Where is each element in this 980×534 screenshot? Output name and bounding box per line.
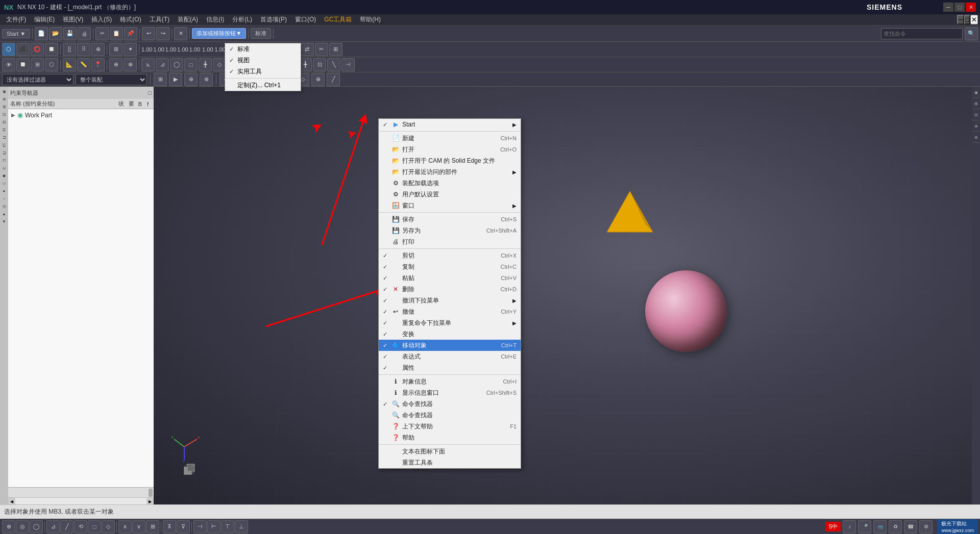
viewport[interactable]: X Y Z ✓ ▶	[154, 87, 972, 504]
maximize-button[interactable]: □	[954, 3, 965, 12]
btm-btn3[interactable]: ◯	[30, 520, 43, 533]
rstrip-icon2[interactable]: ⊞	[972, 99, 979, 109]
union-btn[interactable]: ⊕	[91, 43, 105, 56]
filter-btn1[interactable]: ⊞	[154, 73, 167, 86]
ime-btn2[interactable]: ♪	[843, 520, 856, 533]
btm-btn9[interactable]: ∧	[118, 520, 132, 533]
strip-icon7[interactable]: ⊐	[1, 134, 8, 141]
btm-btn14[interactable]: ⊣	[193, 520, 207, 533]
view-btn5[interactable]: 📐	[63, 58, 76, 71]
nav-scrollbar[interactable]	[149, 489, 153, 497]
cm-cut[interactable]: ✓ 剪切 Ctrl+X	[379, 250, 521, 261]
print-btn[interactable]: 🖨	[78, 27, 91, 40]
move-btn[interactable]: ⇄	[301, 43, 314, 56]
btm-btn13[interactable]: ⊽	[177, 520, 190, 533]
paste-btn[interactable]: 📌	[124, 27, 137, 40]
cm-user-defaults[interactable]: ⚙ 用户默认设置	[379, 189, 521, 200]
rstrip-icon1[interactable]: ◉	[972, 88, 979, 98]
btm-btn4[interactable]: ⊿	[46, 520, 60, 533]
copy-btn[interactable]: 📋	[110, 27, 123, 40]
strip-icon4[interactable]: ⊡	[1, 111, 8, 118]
add-remove-btn[interactable]: 添加或移除按钮▼	[192, 28, 246, 39]
btm-btn11[interactable]: ⊞	[146, 520, 159, 533]
cm-cmd-finder1[interactable]: ✓ 🔍 命令查找器	[379, 398, 521, 410]
menu-tools[interactable]: 工具(T)	[145, 14, 174, 25]
menu-file[interactable]: 文件(F)	[2, 14, 30, 25]
close-button[interactable]: ✕	[966, 3, 976, 12]
menu-insert[interactable]: 插入(S)	[87, 14, 116, 25]
strip-icon12[interactable]: ◆	[1, 172, 8, 179]
cm-transform[interactable]: ✓ 变换	[379, 328, 521, 340]
cm-open[interactable]: 📂 打开 Ctrl+O	[379, 144, 521, 155]
btm-btn10[interactable]: ∨	[132, 520, 145, 533]
open-btn[interactable]: 📂	[49, 27, 62, 40]
menu-edit[interactable]: 编辑(E)	[30, 14, 59, 25]
delete-btn[interactable]: ✕	[174, 27, 187, 40]
tree-item-workpart[interactable]: ▶ ◉ Work Part	[9, 110, 153, 120]
hscroll-right[interactable]: ▶	[146, 498, 154, 504]
strip-icon18[interactable]: ▼	[1, 218, 8, 225]
snap14[interactable]: ╲	[327, 58, 340, 71]
strip-icon9[interactable]: ⊒	[1, 149, 8, 156]
inner-close[interactable]: ✕	[970, 15, 978, 24]
dd-view[interactable]: ✓ 视图	[225, 55, 301, 66]
snap5[interactable]: ╋	[199, 58, 212, 71]
btm-btn1[interactable]: ⊕	[2, 520, 15, 533]
redo-btn[interactable]: ↪	[156, 27, 169, 40]
minimize-button[interactable]: ─	[943, 3, 953, 12]
cm-paste[interactable]: ✓ 粘贴 Ctrl+V	[379, 272, 521, 284]
cm-new[interactable]: 📄 新建 Ctrl+N	[379, 133, 521, 144]
cm-obj-info[interactable]: ℹ 对象信息 Ctrl+I	[379, 376, 521, 387]
strip-icon14[interactable]: ●	[1, 187, 8, 194]
cm-help[interactable]: ❓ 帮助	[379, 432, 521, 443]
cm-expression[interactable]: ✓ 表达式 Ctrl+E	[379, 351, 521, 362]
ime-btn3[interactable]: 🎤	[858, 520, 871, 533]
assembly-select[interactable]: 整个装配	[76, 74, 147, 85]
view-btn2[interactable]: 🔲	[16, 58, 30, 71]
btm-btn2[interactable]: ◎	[16, 520, 29, 533]
search-btn[interactable]: 🔍	[965, 27, 978, 40]
download-badge[interactable]: 极光下载站www.jgwxz.com	[937, 519, 978, 534]
menu-help[interactable]: 帮助(H)	[356, 14, 385, 25]
filter-btn2[interactable]: ▶	[169, 73, 182, 86]
view-btn7[interactable]: 📍	[91, 58, 105, 71]
ime-btn6[interactable]: ☎	[904, 520, 917, 533]
snap2[interactable]: ⊿	[156, 58, 169, 71]
btm-btn15[interactable]: ⊢	[207, 520, 220, 533]
trim-btn[interactable]: ✂	[315, 43, 328, 56]
btm-btn16[interactable]: ⊤	[221, 520, 234, 533]
btm-btn7[interactable]: □	[88, 520, 101, 533]
ime-btn7[interactable]: ⚙	[919, 520, 933, 533]
cm-redo[interactable]: ✓ ↩ 撤做 Ctrl+Y	[379, 306, 521, 317]
dd-customize[interactable]: 定制(Z)... Ctrl+1	[225, 80, 301, 91]
btm-btn6[interactable]: ⟲	[74, 520, 87, 533]
snap3[interactable]: ◯	[170, 58, 183, 71]
cm-show-info[interactable]: ℹ 显示信息窗口 Ctrl+Shift+S	[379, 387, 521, 398]
snap1[interactable]: ⊾	[141, 58, 155, 71]
mirror-btn[interactable]: ⊞	[109, 43, 122, 56]
view-btn6[interactable]: 📏	[77, 58, 90, 71]
btm-btn17[interactable]: ⊥	[235, 520, 248, 533]
cm-delete[interactable]: ✓ ✕ 删除 Ctrl+D	[379, 284, 521, 295]
pattern-btn[interactable]: ⣿	[63, 43, 76, 56]
rstrip-icon5[interactable]: ⊗	[972, 133, 979, 143]
strip-icon11[interactable]: ⊔	[1, 164, 8, 171]
snap15[interactable]: ⊣	[341, 58, 355, 71]
btm-btn5[interactable]: ╱	[60, 520, 74, 533]
nav-close[interactable]: □	[148, 90, 152, 96]
cm-start[interactable]: ✓ ▶ Start ▶	[379, 119, 521, 130]
filter-btn3[interactable]: ⊕	[184, 73, 198, 86]
cm-undo-menu[interactable]: ✓ 撤消下拉菜单 ▶	[379, 295, 521, 306]
cm-open-cam[interactable]: 📂 打开用于 CAM 的 Solid Edge 文件	[379, 155, 521, 166]
menu-analysis[interactable]: 分析(L)	[228, 14, 256, 25]
menu-view[interactable]: 视图(V)	[59, 14, 87, 25]
hscroll-track[interactable]	[15, 498, 146, 504]
cm-move-object[interactable]: ✓ 🔷 移动对象 Ctrl+T	[379, 340, 521, 351]
rstrip-icon4[interactable]: ⊕	[972, 121, 979, 132]
rstrip-icon3[interactable]: ⊟	[972, 110, 979, 120]
menu-gc[interactable]: GC工具箱	[320, 14, 356, 25]
menu-prefs[interactable]: 首选项(P)	[256, 14, 291, 25]
strip-icon6[interactable]: ⊏	[1, 126, 8, 133]
view-btn3[interactable]: ⊞	[31, 58, 44, 71]
strip-icon3[interactable]: ⊞	[1, 103, 8, 110]
